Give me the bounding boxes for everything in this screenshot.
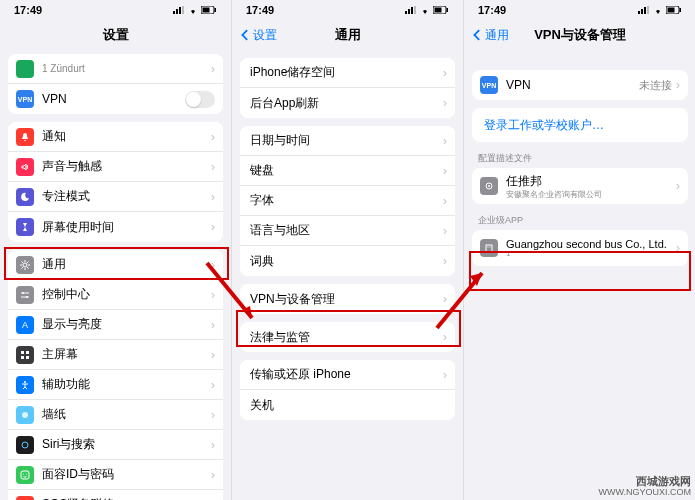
vpn-toggle[interactable] [185, 91, 215, 108]
svg-point-19 [23, 473, 24, 474]
chevron-right-icon: › [443, 368, 447, 382]
legal-row[interactable]: 法律与监管› [240, 322, 455, 352]
svg-rect-18 [21, 471, 29, 479]
vpn-icon: VPN [16, 90, 34, 108]
back-button[interactable]: 设置 [240, 27, 277, 44]
status-icons [638, 6, 682, 14]
svg-rect-31 [641, 9, 643, 14]
enterprise-name: Guangzhou second bus Co., Ltd. [506, 238, 676, 250]
chevron-right-icon: › [211, 62, 215, 76]
faceid-row[interactable]: 面容ID与密码› [8, 460, 223, 490]
background-refresh-row[interactable]: 后台App刷新› [240, 88, 455, 118]
siri-row[interactable]: Siri与搜索› [8, 430, 223, 460]
battery-icon [666, 6, 682, 14]
homescreen-row[interactable]: 主屏幕› [8, 340, 223, 370]
sliders-icon [16, 286, 34, 304]
svg-rect-40 [488, 247, 489, 248]
general-panel: 17:49 设置 通用 iPhone储存空间› 后台App刷新› 日期与时间› … [232, 0, 464, 500]
section-profiles: 配置描述文件 [464, 142, 695, 168]
watermark-sub: WWW.NGYOUXI.COM [599, 487, 692, 498]
row-label: 1 Zündurt [42, 63, 211, 74]
watermark: 西城游戏网 WWW.NGYOUXI.COM [599, 476, 692, 498]
wallpaper-row[interactable]: 墙纸› [8, 400, 223, 430]
battery-icon [201, 6, 217, 14]
chevron-right-icon: › [211, 220, 215, 234]
svg-text:A: A [22, 320, 28, 330]
vpn-status-row[interactable]: VPN VPN 未连接 › [472, 70, 688, 100]
faceid-icon [16, 466, 34, 484]
bell-icon [16, 128, 34, 146]
chevron-right-icon: › [443, 194, 447, 208]
chevron-right-icon: › [676, 179, 680, 193]
svg-rect-30 [638, 11, 640, 14]
shutdown-row[interactable]: 关机 [240, 390, 455, 420]
fonts-row[interactable]: 字体› [240, 186, 455, 216]
signal-icon [405, 6, 417, 14]
vpn-icon: VPN [480, 76, 498, 94]
siri-icon [16, 436, 34, 454]
profile-row[interactable]: 任推邦 安徽聚名企业咨询有限公司 › [472, 168, 688, 204]
chevron-right-icon: › [443, 224, 447, 238]
chevron-right-icon: › [443, 330, 447, 344]
accessibility-row[interactable]: 辅助功能› [8, 370, 223, 400]
screentime-row[interactable]: 屏幕使用时间› [8, 212, 223, 242]
wifi-icon [188, 6, 198, 14]
vpn-device-row[interactable]: VPN与设备管理› [240, 284, 455, 314]
enterprise-app-row[interactable]: Guangzhou second bus Co., Ltd. 1 › [472, 230, 688, 266]
svg-rect-32 [644, 7, 646, 14]
transfer-row[interactable]: 传输或还原 iPhone› [240, 360, 455, 390]
notifications-row[interactable]: 通知› [8, 122, 223, 152]
back-button[interactable]: 通用 [472, 27, 509, 44]
chevron-right-icon: › [443, 96, 447, 110]
svg-point-16 [22, 412, 28, 418]
battery-icon [433, 6, 449, 14]
chevron-right-icon: › [676, 241, 680, 255]
svg-rect-33 [647, 6, 649, 14]
sos-icon: SOS [16, 496, 34, 501]
generic-icon [16, 60, 34, 78]
keyboard-row[interactable]: 键盘› [240, 156, 455, 186]
status-bar: 17:49 [232, 0, 463, 20]
chevron-right-icon: › [676, 78, 680, 92]
sos-row[interactable]: SOS SOS紧急联络› [8, 490, 223, 500]
focus-row[interactable]: 专注模式› [8, 182, 223, 212]
chevron-right-icon: › [443, 66, 447, 80]
chevron-right-icon: › [443, 134, 447, 148]
status-time: 17:49 [478, 4, 506, 16]
dictionary-row[interactable]: 词典› [240, 246, 455, 276]
sounds-row[interactable]: 声音与触感› [8, 152, 223, 182]
chevron-right-icon: › [211, 408, 215, 422]
svg-rect-12 [26, 351, 29, 354]
datetime-row[interactable]: 日期与时间› [240, 126, 455, 156]
enterprise-sub: 1 [506, 249, 676, 258]
vpn-device-panel: 17:49 通用 VPN与设备管理 VPN VPN 未连接 › 登录工作或学校账… [464, 0, 695, 500]
svg-rect-24 [408, 9, 410, 14]
chevron-right-icon: › [211, 378, 215, 392]
vpn-label: VPN [42, 92, 185, 106]
wifi-icon [653, 6, 663, 14]
status-icons [173, 6, 217, 14]
language-row[interactable]: 语言与地区› [240, 216, 455, 246]
chevron-right-icon: › [211, 190, 215, 204]
chevron-left-icon [240, 29, 252, 41]
display-row[interactable]: A 显示与亮度› [8, 310, 223, 340]
watermark-main: 西城游戏网 [599, 476, 692, 487]
sun-icon: A [16, 316, 34, 334]
status-time: 17:49 [14, 4, 42, 16]
vpn-device-header: 通用 VPN与设备管理 [464, 20, 695, 50]
storage-row[interactable]: iPhone储存空间› [240, 58, 455, 88]
general-row[interactable]: 通用› [8, 250, 223, 280]
vpn-row[interactable]: VPN VPN [8, 84, 223, 114]
signal-icon [638, 6, 650, 14]
general-header: 设置 通用 [232, 20, 463, 50]
top-unknown-row[interactable]: 1 Zündurt › [8, 54, 223, 84]
grid-icon [16, 346, 34, 364]
chevron-right-icon: › [211, 318, 215, 332]
svg-rect-28 [435, 8, 442, 13]
signin-work-row[interactable]: 登录工作或学校账户… [472, 108, 688, 142]
control-center-row[interactable]: 控制中心› [8, 280, 223, 310]
chevron-right-icon: › [443, 292, 447, 306]
general-title: 通用 [335, 26, 361, 44]
building-icon [480, 239, 498, 257]
chevron-right-icon: › [443, 254, 447, 268]
